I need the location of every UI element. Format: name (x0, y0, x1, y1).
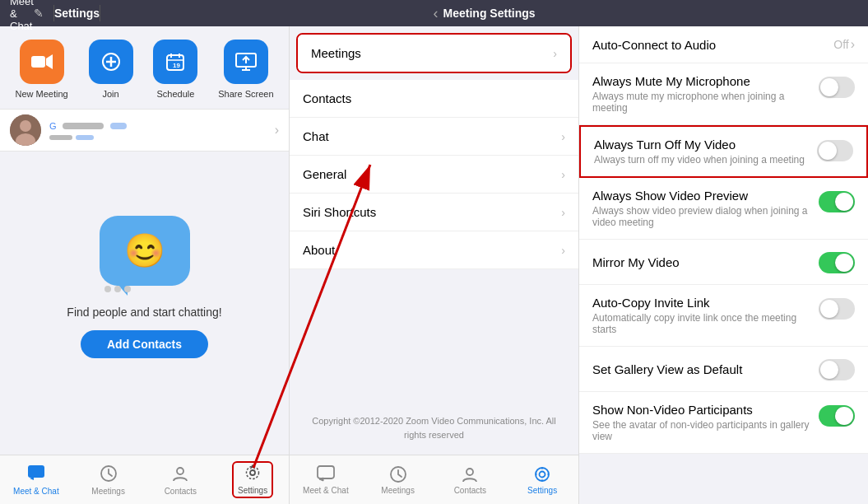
general-chevron: › (561, 168, 565, 181)
contacts-setting-label: Contacts (303, 91, 351, 105)
mid-tab-settings[interactable]: Settings (506, 455, 578, 504)
non-video-row[interactable]: Show Non-Video Participants See the avat… (579, 392, 868, 454)
svg-rect-0 (31, 56, 45, 68)
svg-point-27 (540, 471, 545, 477)
always-mute-content: Always Mute My Microphone Always mute my… (592, 74, 819, 114)
tab-settings-highlighted[interactable]: Settings (216, 455, 289, 504)
profile-info: G (49, 121, 275, 140)
schedule-btn[interactable]: 19 Schedule (153, 40, 197, 99)
tab-meetings[interactable]: Meetings (72, 455, 145, 504)
mid-tab-contacts[interactable]: Contacts (434, 455, 507, 504)
mirror-video-toggle[interactable] (819, 252, 855, 273)
back-icon[interactable]: ‹ (434, 5, 439, 22)
chat-bubble-illustration: 😊 (100, 216, 190, 286)
status-bar1 (49, 135, 72, 140)
add-contacts-button[interactable]: Add Contacts (81, 330, 208, 358)
share-screen-btn[interactable]: Share Screen (218, 40, 273, 99)
video-preview-row[interactable]: Always Show Video Preview Always show vi… (579, 178, 868, 240)
video-preview-toggle[interactable] (819, 191, 855, 212)
svg-point-20 (177, 468, 183, 474)
non-video-content: Show Non-Video Participants See the avat… (592, 403, 819, 442)
profile-row[interactable]: G › (0, 109, 289, 152)
tab-meet-chat[interactable]: Meet & Chat (0, 455, 72, 504)
always-turn-off-toggle[interactable] (817, 140, 853, 161)
about-setting-item[interactable]: About › (290, 231, 578, 269)
about-chevron: › (561, 244, 565, 257)
profile-name-bar1 (63, 123, 104, 129)
tab-contacts[interactable]: Contacts (145, 455, 217, 504)
non-video-toggle[interactable] (819, 405, 855, 427)
general-setting-item[interactable]: General › (290, 156, 578, 194)
svg-point-15 (20, 120, 31, 132)
share-screen-icon (224, 40, 268, 84)
status-bar2 (76, 135, 94, 140)
mid-meetings-icon (389, 465, 407, 483)
auto-connect-row[interactable]: Auto-Connect to Audio Off › (579, 26, 868, 63)
mid-tab-meetings[interactable]: Meetings (362, 455, 434, 504)
contacts-tab-label: Contacts (165, 487, 197, 496)
new-meeting-btn[interactable]: New Meeting (15, 40, 67, 99)
mid-contacts-label: Contacts (454, 486, 486, 495)
meetings-tab-icon (100, 464, 118, 484)
meeting-settings-title: Meeting Settings (443, 7, 536, 20)
about-setting-label: About (303, 243, 335, 257)
chat-setting-item[interactable]: Chat › (290, 118, 578, 156)
auto-copy-subtitle: Automatically copy invite link once the … (592, 312, 819, 335)
middle-bottom-tabs: Meet & Chat Meetings Contacts (290, 455, 578, 504)
edit-icon[interactable]: ✎ (34, 7, 53, 20)
chat-dot2 (114, 286, 121, 292)
settings-nav-title: Settings (54, 7, 100, 20)
join-icon (89, 40, 133, 84)
auto-connect-chevron: › (851, 37, 855, 52)
non-video-knob (835, 407, 853, 425)
always-mute-knob (820, 78, 838, 96)
always-turn-off-video-row[interactable]: Always Turn Off My Video Always turn off… (579, 125, 868, 178)
contacts-setting-item[interactable]: Contacts (290, 80, 578, 118)
share-screen-label: Share Screen (218, 89, 273, 99)
svg-rect-17 (28, 465, 44, 478)
schedule-label: Schedule (156, 89, 194, 99)
meetings-chevron: › (553, 47, 557, 60)
avatar (10, 114, 41, 146)
meetings-setting-label: Meetings (311, 46, 361, 60)
auto-connect-title: Auto-Connect to Audio (592, 38, 833, 52)
video-preview-content: Always Show Video Preview Always show vi… (592, 189, 819, 228)
settings-list: Meetings › Contacts Chat › General › Sir… (290, 26, 578, 401)
meetings-tab-label: Meetings (91, 487, 125, 496)
meet-chat-nav-title: Meet & Chat (10, 0, 34, 32)
gallery-view-toggle[interactable] (819, 359, 855, 380)
auto-copy-knob (820, 300, 838, 318)
join-btn[interactable]: Join (89, 40, 133, 99)
mid-tab-meet-chat[interactable]: Meet & Chat (290, 455, 362, 504)
gallery-view-knob (820, 361, 838, 379)
auto-copy-title: Auto-Copy Invite Link (592, 296, 819, 310)
video-preview-subtitle: Always show video preview dialog when jo… (592, 205, 819, 228)
mid-meet-chat-icon (317, 465, 335, 483)
contacts-tab-icon (171, 464, 189, 484)
smiley-icon: 😊 (124, 231, 165, 270)
gallery-view-row[interactable]: Set Gallery View as Default (579, 347, 868, 392)
svg-point-21 (250, 470, 255, 475)
mirror-video-knob (835, 254, 853, 272)
general-setting-label: General (303, 167, 346, 181)
auto-copy-toggle[interactable] (819, 298, 855, 320)
meetings-setting-item[interactable]: Meetings › (298, 35, 570, 72)
always-mute-toggle[interactable] (819, 77, 855, 98)
auto-copy-row[interactable]: Auto-Copy Invite Link Automatically copy… (579, 285, 868, 347)
non-video-subtitle: See the avatar of non-video participants… (592, 419, 819, 442)
siri-setting-item[interactable]: Siri Shortcuts › (290, 194, 578, 231)
meet-chat-tab-icon (27, 464, 45, 484)
google-icon: G (49, 121, 57, 131)
mirror-video-row[interactable]: Mirror My Video (579, 240, 868, 285)
svg-point-26 (466, 469, 473, 475)
always-mute-row[interactable]: Always Mute My Microphone Always mute my… (579, 63, 868, 125)
chat-dot3 (124, 286, 131, 292)
quick-actions: New Meeting Join (0, 26, 289, 109)
mid-contacts-icon (461, 465, 479, 483)
auto-connect-value: Off › (833, 37, 855, 52)
always-mute-subtitle: Always mute my microphone when joining a… (592, 91, 819, 114)
siri-chevron: › (561, 206, 565, 219)
mid-settings-label: Settings (527, 486, 557, 495)
meetings-setting-highlighted[interactable]: Meetings › (296, 33, 572, 73)
always-turn-off-subtitle: Always turn off my video when joining a … (594, 154, 817, 166)
